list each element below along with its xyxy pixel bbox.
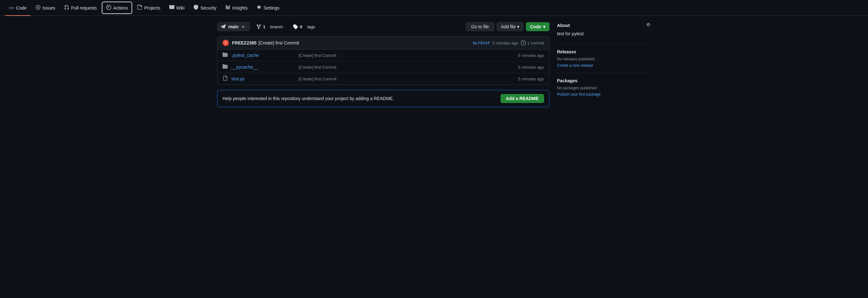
svg-point-1 [37, 7, 39, 8]
nav-projects[interactable]: Projects [133, 2, 164, 13]
table-row: .pytest_cache [Create] first Commit 5 mi… [217, 50, 549, 61]
releases-header: Releases [557, 49, 651, 54]
packages-title: Packages [557, 78, 578, 83]
code-btn-chevron: ▾ [543, 24, 545, 29]
file-commit-msg: [Create] first Commit [299, 77, 502, 81]
nav-issues[interactable]: Issues [32, 2, 59, 13]
top-nav: <> Code Issues Pull requests Actions Pro… [0, 0, 868, 16]
security-icon [193, 5, 198, 11]
content-area: main 1 branch 0 tags Go to file Add file… [217, 22, 549, 107]
file-name[interactable]: __pycache__ [231, 64, 295, 70]
nav-code[interactable]: <> Code [5, 3, 30, 13]
releases-section: Releases No releases published Create a … [557, 49, 651, 73]
commit-username[interactable]: FREEZ2385 [232, 40, 256, 46]
folder-icon [222, 64, 228, 70]
packages-header: Packages [557, 78, 651, 83]
add-file-chevron: ▾ [517, 24, 519, 29]
nav-wiki[interactable]: Wiki [165, 2, 188, 13]
branch-icon [221, 24, 226, 29]
commit-time: 5 minutes ago [493, 40, 519, 46]
issues-icon [35, 5, 40, 11]
commit-info: FREEZ2385 [Create] first Commit [232, 40, 469, 46]
file-name[interactable]: test.py [231, 76, 295, 81]
branch-count-button[interactable]: 1 branch [252, 23, 287, 31]
branch-text: branch [271, 24, 283, 29]
svg-point-2 [107, 6, 108, 7]
nav-issues-label: Issues [42, 5, 55, 10]
nav-settings[interactable]: Settings [253, 2, 283, 13]
add-file-button[interactable]: Add file ▾ [497, 22, 523, 31]
avatar: F [222, 40, 229, 46]
table-row: __pycache__ [Create] first Commit 5 minu… [217, 61, 549, 73]
publish-package-link[interactable]: Publish your first package [557, 92, 600, 97]
nav-insights-label: Insights [232, 5, 248, 10]
nav-code-label: Code [16, 5, 26, 10]
add-file-label: Add file [501, 24, 516, 29]
add-readme-label: Add a README [506, 96, 538, 101]
file-time: 5 minutes ago [506, 77, 544, 81]
nav-security-label: Security [200, 5, 217, 10]
insights-icon [225, 5, 230, 11]
create-release-link[interactable]: Create a new release [557, 63, 593, 68]
history-icon [521, 40, 526, 46]
main-container: main 1 branch 0 tags Go to file Add file… [212, 16, 656, 113]
code-button[interactable]: Code ▾ [526, 22, 549, 31]
file-time: 5 minutes ago [506, 65, 544, 70]
file-name[interactable]: .pytest_cache [231, 53, 295, 58]
commit-count-label: 1 commit [527, 40, 544, 46]
commit-header: F FREEZ2385 [Create] first Commit 9ef934… [217, 36, 549, 50]
file-time: 5 minutes ago [506, 53, 544, 58]
about-header: About [557, 22, 651, 29]
nav-security[interactable]: Security [190, 2, 220, 13]
releases-no-content: No releases published [557, 57, 651, 61]
readme-notice-text: Help people interested in this repositor… [222, 96, 394, 101]
about-section: About test for pytest [557, 22, 651, 44]
nav-settings-label: Settings [264, 5, 280, 10]
nav-pull-requests-label: Pull requests [71, 5, 97, 10]
file-commit-msg: [Create] first Commit [299, 53, 502, 58]
file-table: F FREEZ2385 [Create] first Commit 9ef934… [217, 36, 549, 85]
nav-actions[interactable]: Actions [102, 2, 132, 14]
folder-icon [222, 52, 228, 58]
pull-requests-icon [64, 5, 69, 11]
packages-no-content: No packages published [557, 86, 651, 90]
nav-pull-requests[interactable]: Pull requests [60, 2, 100, 13]
settings-icon [256, 5, 261, 11]
commit-count[interactable]: 1 commit [521, 40, 544, 46]
code-icon: <> [9, 5, 14, 10]
file-icon [222, 76, 228, 82]
go-to-file-button[interactable]: Go to file [466, 22, 494, 31]
tag-text: tags [307, 24, 315, 29]
commit-meta: 9ef934f 5 minutes ago 1 commit [473, 40, 544, 46]
tag-count: 0 [300, 24, 302, 29]
branch-label: main [228, 24, 239, 29]
table-row: test.py [Create] first Commit 5 minutes … [217, 73, 549, 84]
file-commit-msg: [Create] first Commit [299, 65, 502, 70]
nav-actions-label: Actions [113, 5, 128, 10]
branch-count: 1 [263, 24, 265, 29]
commit-message: [Create] first Commit [258, 40, 299, 46]
go-to-file-label: Go to file [471, 24, 489, 29]
settings-gear-icon[interactable] [646, 22, 651, 29]
nav-projects-label: Projects [144, 5, 160, 10]
branch-bar: main 1 branch 0 tags Go to file Add file… [217, 22, 549, 31]
nav-insights[interactable]: Insights [222, 2, 251, 13]
code-btn-label: Code [530, 24, 541, 29]
releases-title: Releases [557, 49, 576, 54]
fork-icon [256, 24, 261, 29]
packages-section: Packages No packages published Publish y… [557, 78, 651, 102]
add-readme-button[interactable]: Add a README [501, 94, 544, 103]
chevron-down-icon [241, 24, 246, 29]
readme-notice: Help people interested in this repositor… [217, 90, 549, 107]
about-description: test for pytest [557, 31, 651, 36]
tags-count-button[interactable]: 0 tags [289, 23, 319, 31]
commit-hash[interactable]: 9ef934f [473, 40, 490, 46]
actions-icon [106, 5, 111, 11]
nav-wiki-label: Wiki [176, 5, 185, 10]
projects-icon [137, 5, 142, 11]
branch-selector-button[interactable]: main [217, 22, 250, 31]
wiki-icon [169, 5, 174, 11]
sidebar: About test for pytest Releases No releas… [557, 22, 651, 107]
tag-icon [293, 24, 298, 29]
about-title: About [557, 23, 570, 28]
